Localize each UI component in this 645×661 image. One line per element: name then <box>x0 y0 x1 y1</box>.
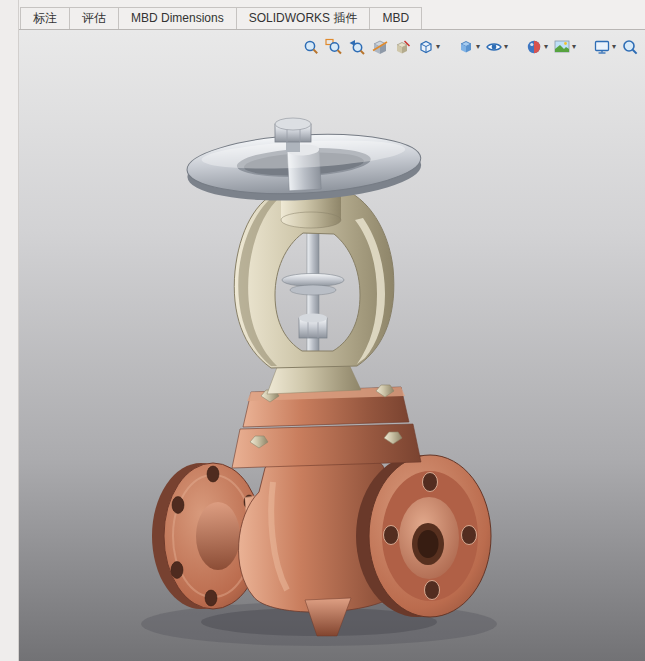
bonnet-flange[interactable] <box>232 385 421 468</box>
chevron-down-icon: ▾ <box>436 43 440 51</box>
dynamic-annotation-views-button[interactable] <box>393 37 413 57</box>
command-manager-tabbar: 标注 评估 MBD Dimensions SOLIDWORKS 插件 MBD <box>19 0 645 30</box>
view-settings-icon <box>593 38 611 56</box>
hide-show-items-icon <box>485 38 503 56</box>
chevron-down-icon: ▾ <box>476 43 480 51</box>
chevron-down-icon: ▾ <box>572 43 576 51</box>
edit-appearance-icon <box>525 38 543 56</box>
apply-scene-button[interactable]: ▾ <box>552 37 577 57</box>
tab-solidworks-addins[interactable]: SOLIDWORKS 插件 <box>236 7 371 29</box>
zoom-to-fit-icon <box>302 38 320 56</box>
section-view-icon <box>371 38 389 56</box>
view-orientation-button[interactable]: ▾ <box>416 37 441 57</box>
view-orientation-icon <box>417 38 435 56</box>
right-flange[interactable] <box>356 455 491 617</box>
dynamic-annotation-views-icon <box>394 38 412 56</box>
display-style-icon <box>457 38 475 56</box>
edit-appearance-button[interactable]: ▾ <box>524 37 549 57</box>
display-style-button[interactable]: ▾ <box>456 37 481 57</box>
zoom-to-area-icon <box>325 38 343 56</box>
zoom-to-area-button[interactable] <box>324 37 344 57</box>
apply-scene-icon <box>553 38 571 56</box>
tab-annotation[interactable]: 标注 <box>20 7 70 29</box>
heads-up-view-toolbar: ▾ ▾ ▾ <box>301 37 640 57</box>
zoom-to-fit-button[interactable] <box>301 37 321 57</box>
view-settings-button[interactable]: ▾ <box>592 37 617 57</box>
magnifying-glass-button[interactable] <box>620 37 640 57</box>
tab-evaluate[interactable]: 评估 <box>69 7 119 29</box>
solidworks-window: 标注 评估 MBD Dimensions SOLIDWORKS 插件 MBD <box>0 0 645 661</box>
3d-viewport[interactable]: ▾ ▾ ▾ <box>19 30 645 661</box>
chevron-down-icon: ▾ <box>544 43 548 51</box>
hide-show-items-button[interactable]: ▾ <box>484 37 509 57</box>
section-view-button[interactable] <box>370 37 390 57</box>
tab-mbd[interactable]: MBD <box>369 7 422 29</box>
previous-view-button[interactable] <box>347 37 367 57</box>
previous-view-icon <box>348 38 366 56</box>
valve-3d-model[interactable] <box>19 30 645 661</box>
left-panel-edge <box>0 0 19 661</box>
tab-mbd-dimensions[interactable]: MBD Dimensions <box>118 7 237 29</box>
chevron-down-icon: ▾ <box>504 43 508 51</box>
chevron-down-icon: ▾ <box>612 43 616 51</box>
magnifying-glass-icon <box>621 38 639 56</box>
